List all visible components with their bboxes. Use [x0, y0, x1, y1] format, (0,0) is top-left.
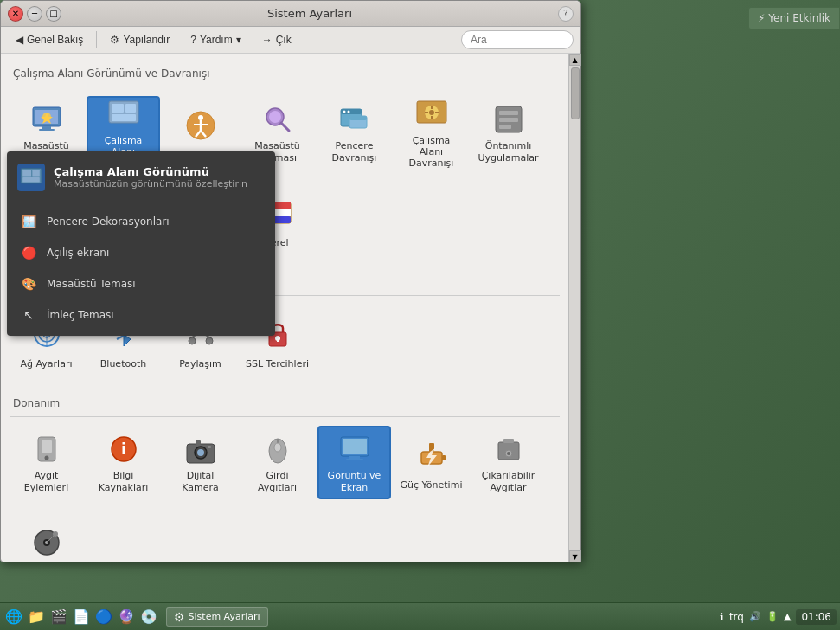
- svg-point-20: [343, 111, 345, 113]
- svg-point-59: [206, 338, 213, 344]
- ag-ayarlari-label: Ağ Ayarları: [21, 358, 73, 370]
- maximize-icon: □: [49, 9, 57, 18]
- item-dijital-kamera[interactable]: Dijital Kamera: [164, 426, 237, 499]
- dropdown-menu: Çalışma Alanı Görünümü Masaüstünüzün gör…: [7, 151, 275, 336]
- splash-icon: 🔴: [19, 243, 38, 262]
- masaustu-efektleri-icon: [26, 102, 67, 137]
- title-bar: ✕ ─ □ Sistem Ayarları ?: [1, 1, 580, 27]
- new-activity-label: Yeni Etkinlik: [768, 12, 830, 24]
- maximize-button[interactable]: □: [46, 6, 61, 22]
- back-label: Genel Bakış: [27, 34, 83, 46]
- ontanimi-uygulamalar-icon: [488, 102, 529, 137]
- new-activity-icon: ⚡: [758, 12, 765, 24]
- svg-rect-81: [346, 459, 363, 460]
- svg-text:i: i: [120, 440, 125, 458]
- theme-icon: 🎨: [19, 274, 38, 293]
- taskbar-volume-icon[interactable]: 🔊: [749, 611, 761, 622]
- taskbar-info-icon[interactable]: ℹ: [720, 611, 724, 623]
- svg-rect-96: [32, 170, 39, 177]
- taskbar-app-blue[interactable]: 🔵: [93, 607, 114, 627]
- taskbar-window-icon: ⚙: [174, 610, 185, 624]
- scrollbar: ▲ ▼: [568, 54, 580, 562]
- svg-rect-79: [343, 439, 367, 454]
- goruntu-ekran-icon: [334, 432, 375, 466]
- taskbar-app-video[interactable]: 🎬: [48, 607, 69, 627]
- dropdown-item-label-2: Açılış ekranı: [47, 247, 109, 259]
- guc-yonetimi-icon: [411, 434, 452, 476]
- dropdown-item-pencere-dekorasyonlari[interactable]: 🪟 Pencere Dekorasyonları: [7, 206, 275, 237]
- svg-rect-23: [349, 116, 367, 120]
- dropdown-item-imlec-temasi[interactable]: ↖ İmleç Teması: [7, 299, 275, 331]
- dijital-kamera-label: Dijital Kamera: [169, 470, 232, 492]
- scroll-thumb[interactable]: [571, 68, 580, 119]
- search-input[interactable]: [461, 30, 574, 49]
- dropdown-item-acilis-ekrani[interactable]: 🔴 Açılış ekranı: [7, 237, 275, 268]
- back-button[interactable]: ◀ Genel Bakış: [8, 30, 91, 49]
- cik-label: Çık: [276, 34, 292, 46]
- section4-row2-grid: Çoklu ortam: [10, 513, 560, 562]
- yapılandır-label: Yapılandır: [123, 34, 170, 46]
- svg-rect-74: [208, 446, 211, 448]
- taskbar-app-files[interactable]: 📁: [26, 607, 47, 627]
- dropdown-header-title: Çalışma Alanı Görünümü: [54, 165, 247, 178]
- svg-rect-6: [112, 104, 124, 112]
- taskbar: 🌐 📁 🎬 📄 🔵 🔮 💿 ⚙ Sistem Ayarları ℹ trq 🔊 …: [0, 602, 840, 630]
- svg-rect-3: [39, 129, 55, 131]
- dropdown-item-masaustu-temasi[interactable]: 🎨 Masaüstü Teması: [7, 268, 275, 299]
- dropdown-divider: [7, 202, 275, 202]
- svg-rect-8: [112, 114, 136, 121]
- paylasim-label: Paylaşım: [179, 358, 221, 370]
- close-button[interactable]: ✕: [8, 6, 23, 22]
- close-icon: ✕: [12, 9, 19, 18]
- dijital-kamera-icon: [180, 432, 221, 466]
- svg-rect-73: [196, 440, 201, 445]
- svg-rect-80: [349, 456, 360, 459]
- item-bilgi-kaynaklari[interactable]: i Bilgi Kaynakları: [87, 426, 160, 499]
- scroll-down-button[interactable]: ▼: [569, 550, 581, 562]
- cik-button[interactable]: → Çık: [254, 30, 299, 49]
- item-aygit-eylemleri[interactable]: Aygıt Eylemleri: [10, 426, 83, 499]
- back-icon: ◀: [16, 34, 23, 46]
- taskbar-app-doc[interactable]: 📄: [71, 607, 92, 627]
- taskbar-window-item[interactable]: ⚙ Sistem Ayarları: [166, 608, 268, 627]
- svg-point-21: [347, 111, 349, 113]
- item-girdi-aygitlari[interactable]: Girdi Aygıtları: [240, 426, 314, 499]
- item-coklu-ortam[interactable]: Çoklu ortam: [10, 513, 83, 562]
- help-button[interactable]: ?: [558, 6, 574, 22]
- taskbar-app-gem[interactable]: 🔮: [116, 607, 137, 627]
- yapılandır-button[interactable]: ⚙ Yapılandır: [102, 30, 177, 49]
- item-guc-yonetimi[interactable]: Güç Yönetimi: [394, 426, 468, 499]
- calisma-alani-davranisi-label: Çalışma Alanı Davranışı: [400, 135, 463, 170]
- new-activity-button[interactable]: ⚡ Yeni Etkinlik: [748, 7, 840, 29]
- scroll-up-button[interactable]: ▲: [569, 54, 581, 66]
- item-goruntu-ekran[interactable]: Görüntü ve Ekran: [317, 426, 391, 499]
- section1-title: Çalışma Alanı Görünümü ve Davranışı: [10, 62, 560, 87]
- svg-rect-28: [499, 111, 518, 115]
- cikarilabilir-aygitlar-icon: [488, 432, 529, 466]
- title-controls: ✕ ─ □: [8, 6, 61, 22]
- yardım-button[interactable]: ? Yardım ▾: [183, 30, 248, 49]
- ssl-label: SSL Tercihleri: [246, 358, 309, 370]
- taskbar-app-disc[interactable]: 💿: [138, 607, 159, 627]
- masaustu-araması-icon: [257, 102, 298, 137]
- aygit-eylemleri-label: Aygıt Eylemleri: [15, 470, 78, 492]
- svg-rect-30: [499, 125, 511, 129]
- taskbar-clock: 01:06: [796, 609, 837, 625]
- item-calisma-alani-davranisi[interactable]: Çalışma Alanı Davranışı: [394, 96, 468, 170]
- dropdown-header-text: Çalışma Alanı Görünümü Masaüstünüzün gör…: [54, 165, 247, 190]
- pencere-davranisi-icon: [334, 102, 375, 137]
- item-pencere-davranisi[interactable]: Pencere Davranışı: [317, 96, 391, 170]
- bilgi-kaynaklari-icon: i: [103, 432, 144, 466]
- taskbar-lang-label: trq: [729, 611, 744, 623]
- minimize-button[interactable]: ─: [27, 6, 42, 22]
- taskbar-arrow-icon[interactable]: ▲: [784, 611, 791, 622]
- item-ontanimi-uygulamalar[interactable]: Öntanımlı Uygulamalar: [471, 96, 545, 170]
- dropdown-header-icon: [17, 164, 45, 191]
- girdi-aygitlari-icon: [257, 432, 298, 466]
- svg-line-17: [281, 123, 289, 131]
- svg-point-10: [198, 115, 203, 120]
- taskbar-app-globe[interactable]: 🌐: [3, 607, 24, 627]
- bilgi-kaynaklari-label: Bilgi Kaynakları: [92, 470, 155, 492]
- item-cikarilabilir-aygitlar[interactable]: Çıkarılabilir Aygıtlar: [471, 426, 545, 499]
- yardım-label: Yardım: [200, 34, 233, 46]
